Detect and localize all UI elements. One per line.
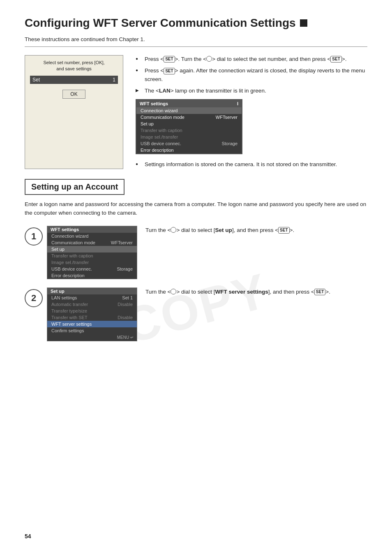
top-section: Select set number, press [OK], and save …	[25, 55, 367, 169]
step-1-item-6: Error description	[47, 272, 137, 279]
menu-item-3: Transfer with caption	[136, 127, 242, 134]
menu-item-1: Communication modeWFTserver	[136, 114, 242, 120]
step-1-number: 1	[25, 227, 43, 246]
step-2-item-1: Automatic transferDisable	[47, 301, 137, 308]
settings-note: Settings information is stored on the ca…	[136, 160, 367, 169]
steps-section: 1 WFT settings Connection wizard Communi…	[25, 226, 367, 341]
step-2-item-3: Transfer with SETDisable	[47, 314, 137, 321]
step-2-item-2: Transfer type/size	[47, 308, 137, 314]
step-1-item-3: Transfer with caption	[47, 253, 137, 259]
step-1-item-4: Image sel./transfer	[47, 259, 137, 266]
divider	[25, 46, 367, 47]
screen-title: Select set number, press [OK], and save …	[30, 60, 118, 72]
step-1-item-2: Set up	[47, 246, 137, 253]
bullet-3-text: The <LAN> lamp on the transmitter is lit…	[145, 88, 266, 94]
step-2-screen: Set up LAN settingsSet 1 Automatic trans…	[47, 287, 137, 341]
wft-menu-top: WFT settings I Connection wizard Communi…	[136, 99, 242, 154]
bullet-1-text: Press <SET>. Turn the <> dial to select …	[145, 56, 346, 62]
menu-item-4: Image sel./transfer	[136, 134, 242, 140]
scroll-indicator: I	[237, 101, 238, 106]
bullet-item-1: Press <SET>. Turn the <> dial to select …	[136, 55, 367, 63]
step-1-screen-header: WFT settings	[47, 226, 137, 233]
step-2-item-5: Confirm settings	[47, 327, 137, 334]
bullet-2-text: Press <SET> again. After the connection …	[145, 67, 365, 82]
section-heading: Setting up an Account	[25, 179, 125, 195]
step-1-row: 1 WFT settings Connection wizard Communi…	[25, 226, 367, 279]
wft-menu-header: WFT settings I	[136, 100, 242, 107]
step-2-number: 2	[25, 289, 43, 307]
page-title: Configuring WFT Server Communication Set…	[25, 16, 367, 30]
step-1-item-1: Communication modeWFTserver	[47, 239, 137, 246]
top-right-content: Press <SET>. Turn the <> dial to select …	[136, 55, 367, 169]
step-2-item-0: LAN settingsSet 1	[47, 294, 137, 301]
step-1-item-5: USB device connec.Storage	[47, 266, 137, 272]
section-intro: Enter a logon name and password for acce…	[25, 200, 367, 218]
ok-button-display: OK	[30, 90, 118, 99]
bullet-item-2: Press <SET> again. After the connection …	[136, 67, 367, 83]
step-2-screen-header: Set up	[47, 288, 137, 294]
title-decoration	[300, 19, 307, 27]
step-1-desc-text: Turn the <> dial to select [Set up], and…	[145, 227, 294, 233]
step-1-item-0: Connection wizard	[47, 233, 137, 239]
menu-item-6: Error description	[136, 147, 242, 153]
bullet-item-3: The <LAN> lamp on the transmitter is lit…	[136, 87, 367, 95]
camera-screen-top: Select set number, press [OK], and save …	[25, 55, 123, 169]
page-number: 54	[25, 533, 31, 540]
step-2-footer: MENU ↵	[47, 334, 137, 341]
step-2-desc: Turn the <> dial to select [WFT server s…	[145, 287, 367, 297]
step-1-screen: WFT settings Connection wizard Communica…	[47, 226, 137, 279]
menu-item-5: USB device connec.Storage	[136, 140, 242, 147]
step-2-item-4: WFT server settings	[47, 321, 137, 327]
set-row: Set 1	[30, 76, 118, 84]
top-bullet-list: Press <SET>. Turn the <> dial to select …	[136, 55, 367, 95]
subtitle: These instructions are continued from Ch…	[25, 36, 367, 42]
step-2-left: 2 Set up LAN settingsSet 1 Automatic tra…	[25, 287, 137, 341]
step-1-desc: Turn the <> dial to select [Set up], and…	[145, 226, 367, 235]
step-2-row: 2 Set up LAN settingsSet 1 Automatic tra…	[25, 287, 367, 341]
step-2-desc-text: Turn the <> dial to select [WFT server s…	[145, 289, 330, 295]
menu-item-0: Connection wizard	[136, 107, 242, 114]
step-1-left: 1 WFT settings Connection wizard Communi…	[25, 226, 137, 279]
menu-item-2: Set up	[136, 120, 242, 127]
